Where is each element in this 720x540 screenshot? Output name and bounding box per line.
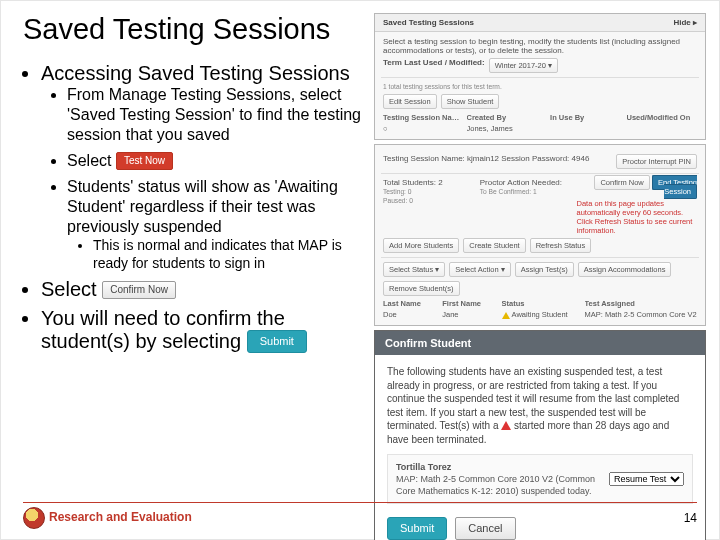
footer-brand: Research and Evaluation <box>49 510 192 524</box>
col-created-by: Created By <box>467 113 545 122</box>
refresh-status-button[interactable]: Refresh Status <box>530 238 592 253</box>
term-label: Term Last Used / Modified: <box>383 58 485 73</box>
paused-count: Paused: 0 <box>383 197 413 204</box>
panel-desc: Select a testing session to begin testin… <box>383 37 697 55</box>
col-session-name: Testing Session Name <box>383 113 461 122</box>
remove-students-button[interactable]: Remove Student(s) <box>383 281 460 296</box>
screenshot-session-detail: Testing Session Name: kjmain12 Session P… <box>374 144 706 326</box>
confirm-now-button[interactable]: Confirm Now <box>102 281 176 299</box>
table-row: MAP: Math 2-5 Common Core V2 <box>585 310 697 319</box>
warning-triangle-icon <box>501 421 511 430</box>
col-status: Status <box>502 299 579 308</box>
student-name: Tortilla Torez <box>396 462 451 472</box>
table-row: Jones, James <box>467 124 545 133</box>
total-students: Total Students: 2 <box>383 178 476 187</box>
bullet-select-confirm: Select Confirm Now <box>41 278 368 301</box>
select-action-dropdown[interactable]: Select Action ▾ <box>449 262 510 277</box>
table-row: Doe <box>383 310 436 319</box>
session-name-label: Testing Session Name: kjmain12 Session P… <box>383 154 589 169</box>
create-student-button[interactable]: Create Student <box>463 238 525 253</box>
warning-icon <box>502 312 510 319</box>
add-students-button[interactable]: Add More Students <box>383 238 459 253</box>
testing-count: Testing: 0 <box>383 188 412 195</box>
assign-tests-button[interactable]: Assign Test(s) <box>515 262 574 277</box>
bullet-access: Accessing Saved Testing Sessions From Ma… <box>41 62 368 272</box>
col-in-use: In Use By <box>550 113 620 122</box>
edit-session-button[interactable]: Edit Session <box>383 94 437 109</box>
panel-title: Saved Testing Sessions <box>383 18 474 27</box>
assign-accom-button[interactable]: Assign Accommodations <box>578 262 672 277</box>
dialog-title: Confirm Student <box>375 331 705 355</box>
footer: Research and Evaluation 14 <box>23 502 697 529</box>
action-needed-label: Proctor Action Needed: <box>480 178 573 187</box>
col-modified: Used/Modified On <box>627 113 697 122</box>
bullet-select-submit: You will need to confirm the student(s) … <box>41 307 368 354</box>
content-column: Accessing Saved Testing Sessions From Ma… <box>23 62 368 354</box>
term-dropdown[interactable]: Winter 2017-20 ▾ <box>489 58 558 73</box>
proctor-pin-button[interactable]: Proctor Interrupt PIN <box>616 154 697 169</box>
test-now-button[interactable]: Test Now <box>116 152 173 170</box>
col-firstname: First Name <box>442 299 495 308</box>
status-awaiting: Awaiting Student <box>502 310 579 319</box>
page-number: 14 <box>684 511 697 525</box>
end-session-button[interactable]: End Testing Session <box>652 175 697 199</box>
bullet-normal-note: This is normal and indicates that MAP is… <box>93 237 368 272</box>
confirm-now-pill[interactable]: Confirm Now <box>594 175 649 190</box>
bullet-awaiting-status: Students' status will show as 'Awaiting … <box>67 177 368 272</box>
select-status-dropdown[interactable]: Select Status ▾ <box>383 262 445 277</box>
logo-icon <box>23 507 45 529</box>
resume-test-select[interactable]: Resume Test <box>609 472 684 486</box>
show-student-button[interactable]: Show Student <box>441 94 500 109</box>
table-row[interactable]: ○ <box>383 124 461 133</box>
screenshot-saved-sessions: Saved Testing Sessions Hide ▸ Select a t… <box>374 13 706 140</box>
bullet-select-testnow: Select Test Now <box>67 151 368 171</box>
submit-button[interactable]: Submit <box>247 330 307 353</box>
to-confirm-count: To Be Confirmed: 1 <box>480 188 537 195</box>
results-count: 1 total testing sessions for this test t… <box>383 83 502 90</box>
bullet-from-manage: From Manage Testing Sessions, select 'Sa… <box>67 85 368 145</box>
hide-link[interactable]: Hide ▸ <box>673 18 697 27</box>
student-test-info: MAP: Math 2-5 Common Core 2010 V2 (Commo… <box>396 474 595 496</box>
refresh-note: Data on this page updates automatically … <box>576 199 697 235</box>
col-lastname: Last Name <box>383 299 436 308</box>
col-test: Test Assigned <box>585 299 697 308</box>
dialog-text: The following students have an existing … <box>387 366 679 445</box>
table-row: Jane <box>442 310 495 319</box>
